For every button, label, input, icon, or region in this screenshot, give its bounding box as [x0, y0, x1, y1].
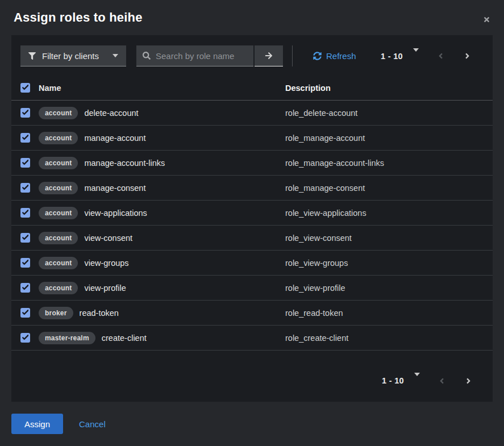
client-badge: account	[39, 232, 78, 244]
table-header: Name Description	[11, 76, 493, 101]
pagination-bottom: 1 - 10	[382, 373, 477, 389]
check-icon	[22, 260, 28, 266]
role-description: role_view-groups	[285, 259, 493, 268]
cancel-button[interactable]: Cancel	[79, 419, 106, 429]
angle-right-icon	[466, 377, 471, 385]
role-description: role_view-applications	[285, 209, 493, 218]
chevron-down-icon	[414, 373, 420, 385]
pagination-range: 1 - 10	[381, 52, 403, 61]
row-checkbox[interactable]	[20, 158, 30, 168]
per-page-dropdown[interactable]	[410, 53, 422, 60]
close-icon	[483, 16, 490, 25]
row-checkbox[interactable]	[20, 183, 30, 193]
role-name: manage-account	[84, 134, 145, 143]
refresh-sync-icon	[313, 52, 322, 60]
role-name: view-groups	[84, 259, 128, 268]
role-description: role_view-profile	[285, 284, 493, 293]
pagination-bottom-row: 1 - 10	[11, 360, 493, 402]
client-badge: account	[39, 107, 78, 119]
roles-panel: Filter by clients Refresh 1 - 10	[11, 35, 493, 402]
pagination-top: 1 - 10	[381, 48, 484, 64]
angle-left-icon	[439, 377, 444, 385]
role-name: view-applications	[84, 209, 147, 218]
role-description: role_view-consent	[285, 234, 493, 243]
check-icon	[22, 210, 28, 216]
role-description: role_delete-account	[285, 109, 493, 118]
table-row[interactable]: master-realm create-client role_create-c…	[11, 326, 493, 351]
row-checkbox[interactable]	[20, 133, 30, 143]
pagination-range: 1 - 10	[382, 376, 404, 385]
modal-footer: Assign Cancel	[0, 402, 504, 446]
table-row[interactable]: account delete-account role_delete-accou…	[11, 101, 493, 126]
close-button[interactable]	[481, 14, 493, 26]
next-page-button[interactable]	[460, 373, 477, 389]
filter-funnel-icon	[28, 52, 36, 60]
check-icon	[22, 85, 28, 91]
check-icon	[22, 160, 28, 166]
check-icon	[22, 285, 28, 291]
role-name: create-client	[102, 334, 147, 343]
row-checkbox[interactable]	[20, 208, 30, 218]
row-checkbox[interactable]	[20, 308, 30, 318]
client-badge: master-realm	[39, 332, 95, 344]
client-badge: account	[39, 182, 78, 194]
client-badge: account	[39, 132, 78, 144]
column-header-name: Name	[39, 84, 285, 93]
refresh-button[interactable]: Refresh	[310, 51, 360, 61]
row-checkbox[interactable]	[20, 233, 30, 243]
role-name: view-consent	[84, 234, 132, 243]
client-badge: account	[39, 282, 78, 294]
role-name: view-profile	[84, 284, 126, 293]
next-page-button[interactable]	[459, 48, 476, 64]
row-checkbox[interactable]	[20, 258, 30, 268]
client-badge: account	[39, 157, 78, 169]
client-badge: account	[39, 257, 78, 269]
role-name: delete-account	[84, 109, 138, 118]
modal-header: Assign roles to heihe	[0, 0, 504, 35]
table-row[interactable]: account manage-account-links role_manage…	[11, 151, 493, 176]
role-description: role_manage-consent	[285, 184, 493, 193]
table-row[interactable]: account view-consent role_view-consent	[11, 226, 493, 251]
column-header-description: Description	[285, 84, 493, 93]
check-icon	[22, 335, 28, 341]
table-row[interactable]: account manage-account role_manage-accou…	[11, 126, 493, 151]
select-all-checkbox[interactable]	[20, 83, 30, 93]
modal-title: Assign roles to heihe	[14, 10, 143, 25]
refresh-label: Refresh	[326, 51, 356, 61]
role-name: manage-account-links	[84, 159, 165, 168]
angle-right-icon	[465, 52, 470, 60]
table-row[interactable]: account view-applications role_view-appl…	[11, 201, 493, 226]
client-badge: broker	[39, 307, 73, 319]
role-description: role_read-token	[285, 309, 493, 318]
check-icon	[22, 185, 28, 191]
table-body: account delete-account role_delete-accou…	[11, 101, 493, 351]
angle-left-icon	[438, 52, 443, 60]
role-description: role_manage-account	[285, 134, 493, 143]
arrow-right-icon	[264, 52, 273, 60]
search-submit-button[interactable]	[255, 45, 283, 66]
row-checkbox[interactable]	[20, 333, 30, 343]
chevron-down-icon	[113, 54, 118, 57]
check-icon	[22, 110, 28, 116]
per-page-dropdown[interactable]	[411, 377, 423, 384]
check-icon	[22, 310, 28, 316]
table-row[interactable]: account view-profile role_view-profile	[11, 276, 493, 301]
previous-page-button[interactable]	[432, 48, 449, 64]
search-input[interactable]	[136, 45, 253, 66]
table-row[interactable]: account manage-consent role_manage-conse…	[11, 176, 493, 201]
client-badge: account	[39, 207, 78, 219]
toolbar-divider	[292, 45, 293, 66]
row-checkbox[interactable]	[20, 108, 30, 118]
filter-label: Filter by clients	[42, 51, 106, 61]
search-group	[136, 45, 283, 66]
row-checkbox[interactable]	[20, 283, 30, 293]
role-name: read-token	[80, 309, 119, 318]
table-row[interactable]: broker read-token role_read-token	[11, 301, 493, 326]
filter-by-clients-dropdown[interactable]: Filter by clients	[20, 45, 126, 66]
table-row[interactable]: account view-groups role_view-groups	[11, 251, 493, 276]
assign-button[interactable]: Assign	[11, 414, 63, 434]
previous-page-button[interactable]	[434, 373, 450, 389]
check-icon	[22, 235, 28, 241]
role-description: role_manage-account-links	[285, 159, 493, 168]
role-description: role_create-client	[285, 334, 493, 343]
